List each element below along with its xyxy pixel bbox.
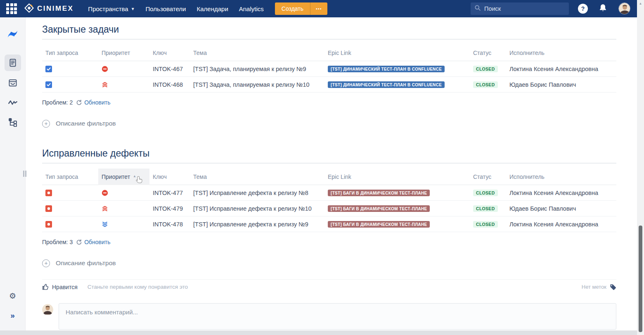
table-row[interactable]: INTOK-479[TST] Исправление дефекта к рел…: [42, 201, 616, 216]
brand-logo[interactable]: CINIMEX: [24, 3, 73, 15]
sidebar-item-hierarchy[interactable]: [5, 114, 21, 131]
page-footer-row: Нравится Станьте первыми кому понравится…: [42, 279, 616, 294]
refresh-icon: [76, 239, 82, 245]
top-navbar: CINIMEX Пространства ▼ Пользователи Кале…: [0, 0, 637, 17]
epic-link-badge[interactable]: [TST] БАГИ В ДИНАМИЧЕСКОМ ТЕСТ-ПЛАНЕ: [328, 190, 430, 196]
epic-link-badge[interactable]: [TST] ДИНАМИЧЕСКИЙ ТЕСТ-ПЛАН В CONFLUENC…: [328, 81, 445, 88]
create-more-button[interactable]: •••: [310, 2, 327, 15]
column-header-status[interactable]: Статус: [470, 169, 506, 185]
column-header-summary[interactable]: Тема: [190, 169, 324, 185]
plus-circle-icon: +: [42, 259, 50, 267]
priority-blocker-icon: [102, 190, 149, 196]
column-header-key[interactable]: Ключ: [149, 169, 190, 185]
issue-summary[interactable]: [TST] Исправление дефекта к релизу №9: [190, 221, 324, 228]
cinimex-diamond-icon: [24, 3, 34, 15]
epic-link-badge[interactable]: [TST] ДИНАМИЧЕСКИЙ ТЕСТ-ПЛАН В CONFLUENC…: [328, 66, 445, 72]
vertical-scrollbar[interactable]: ▲: [637, 0, 644, 335]
filters-description-toggle[interactable]: + Описание фильтров: [42, 118, 616, 129]
epic-link-badge[interactable]: [TST] БАГИ В ДИНАМИЧЕСКОМ ТЕСТ-ПЛАНЕ: [328, 221, 430, 228]
section-title-fixed-defects: Исправленные дефекты: [42, 148, 616, 164]
column-header-assignee[interactable]: Исполнитель: [506, 169, 616, 185]
scroll-up-arrow-icon[interactable]: ▲: [637, 0, 644, 7]
plus-circle-icon: +: [42, 120, 50, 128]
issue-summary[interactable]: [TST] Задача, планируемая к релизу №9: [190, 66, 324, 72]
sidebar-item-calendar[interactable]: [5, 74, 21, 91]
settings-gear-icon[interactable]: ⚙: [5, 287, 21, 304]
scrollbar-thumb[interactable]: [639, 226, 642, 332]
comment-input[interactable]: Написать комментарий...: [59, 303, 616, 330]
column-header-priority-sorted[interactable]: Приоритет ▲: [98, 169, 149, 185]
column-header-summary[interactable]: Тема: [190, 45, 324, 61]
app-switcher-icon[interactable]: [6, 3, 17, 14]
global-search[interactable]: [471, 2, 569, 15]
refresh-link[interactable]: Обновить: [76, 99, 110, 106]
issue-key[interactable]: INTOK-467: [149, 66, 190, 72]
refresh-link[interactable]: Обновить: [76, 239, 110, 245]
closed-tasks-table-body: INTOK-467[TST] Задача, планируемая к рел…: [42, 61, 616, 93]
thumbs-up-icon: [42, 283, 49, 290]
status-badge: CLOSED: [473, 205, 498, 212]
column-header-status[interactable]: Статус: [470, 45, 506, 61]
main-menu: Пространства ▼ Пользователи Календари An…: [83, 0, 269, 17]
tag-icon: [610, 284, 616, 290]
priority-blocker-icon: [102, 66, 149, 72]
column-header-epic[interactable]: Epic Link: [324, 45, 470, 61]
issue-summary[interactable]: [TST] Задача, планируемая к релизу №10: [190, 81, 324, 88]
issue-summary[interactable]: [TST] Исправление дефекта к релизу №10: [190, 205, 324, 212]
horizontal-scrollbar[interactable]: [0, 330, 637, 335]
bug-icon: [45, 205, 98, 212]
nav-calendars[interactable]: Календари: [191, 0, 233, 17]
chevron-down-icon: ▼: [131, 7, 135, 11]
table-row[interactable]: INTOK-467[TST] Задача, планируемая к рел…: [42, 61, 616, 77]
sidebar-item-activity[interactable]: [5, 94, 21, 111]
issue-key[interactable]: INTOK-478: [149, 221, 190, 228]
notifications-bell-icon[interactable]: [599, 4, 607, 14]
assignee: Локтина Ксения Александровна: [506, 66, 616, 72]
create-button[interactable]: Создать: [275, 2, 310, 15]
refresh-icon: [76, 100, 82, 106]
assignee: Локтина Ксения Александровна: [506, 190, 616, 196]
user-avatar[interactable]: [618, 2, 630, 14]
search-icon: [474, 5, 481, 13]
column-header-priority[interactable]: Приоритет: [98, 45, 149, 61]
bug-icon: [45, 221, 98, 228]
nav-analytics[interactable]: Analytics: [234, 0, 269, 17]
sort-arrow-icon: ▲: [133, 174, 136, 178]
column-header-type[interactable]: Тип запроса: [42, 45, 98, 61]
section-title-closed-tasks: Закрытые задачи: [42, 24, 616, 40]
filters-description-toggle[interactable]: + Описание фильтров: [42, 258, 616, 268]
status-badge: CLOSED: [473, 81, 498, 88]
column-header-epic[interactable]: Epic Link: [324, 169, 470, 185]
like-hint-text: Станьте первыми кому понравится это: [88, 284, 188, 290]
table-row[interactable]: INTOK-478[TST] Исправление дефекта к рел…: [42, 216, 616, 232]
bug-icon: [45, 190, 98, 196]
assignee: Юдаев Борис Павлович: [506, 205, 616, 212]
assignee: Юдаев Борис Павлович: [506, 81, 616, 88]
table-row[interactable]: INTOK-468[TST] Задача, планируемая к рел…: [42, 77, 616, 93]
priority-lowest-icon: [102, 221, 149, 228]
table-header-row: Тип запроса Приоритет ▲ Ключ Тема Epic L…: [42, 169, 616, 185]
panel-resize-handle[interactable]: [23, 171, 26, 177]
table-row[interactable]: INTOK-477[TST] Исправление дефекта к рел…: [42, 185, 616, 201]
brand-wordmark: CINIMEX: [37, 5, 73, 13]
table-meta-row: Проблем: 2 Обновить: [42, 98, 616, 107]
like-button[interactable]: Нравится: [42, 283, 78, 290]
assignee: Локтина Ксения Александровна: [506, 221, 616, 228]
table-header-row: Тип запроса Приоритет Ключ Тема Epic Lin…: [42, 45, 616, 61]
confluence-logo-icon[interactable]: [5, 26, 21, 42]
epic-link-badge[interactable]: [TST] БАГИ В ДИНАМИЧЕСКОМ ТЕСТ-ПЛАНЕ: [328, 205, 430, 212]
sidebar-item-pages[interactable]: [5, 55, 21, 71]
labels-button[interactable]: Нет меток: [582, 284, 616, 290]
help-button[interactable]: ?: [578, 4, 588, 14]
issue-key[interactable]: INTOK-479: [149, 205, 190, 212]
expand-sidebar-button[interactable]: »: [5, 307, 21, 324]
issue-key[interactable]: INTOK-477: [149, 190, 190, 196]
issue-summary[interactable]: [TST] Исправление дефекта к релизу №8: [190, 190, 324, 196]
issue-key[interactable]: INTOK-468: [149, 81, 190, 88]
nav-users[interactable]: Пользователи: [140, 0, 192, 17]
search-input[interactable]: [484, 5, 559, 12]
nav-spaces[interactable]: Пространства ▼: [83, 0, 140, 17]
column-header-type[interactable]: Тип запроса: [42, 169, 98, 185]
column-header-assignee[interactable]: Исполнитель: [506, 45, 616, 61]
column-header-key[interactable]: Ключ: [149, 45, 190, 61]
